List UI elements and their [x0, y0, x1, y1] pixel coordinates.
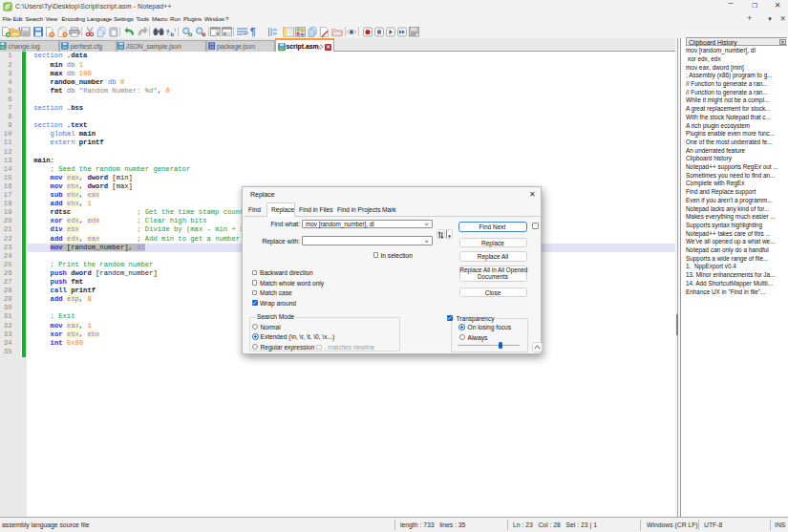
svg-text:¶: ¶: [250, 27, 256, 37]
svg-text:a: a: [166, 27, 170, 32]
svg-text:b: b: [170, 32, 174, 37]
